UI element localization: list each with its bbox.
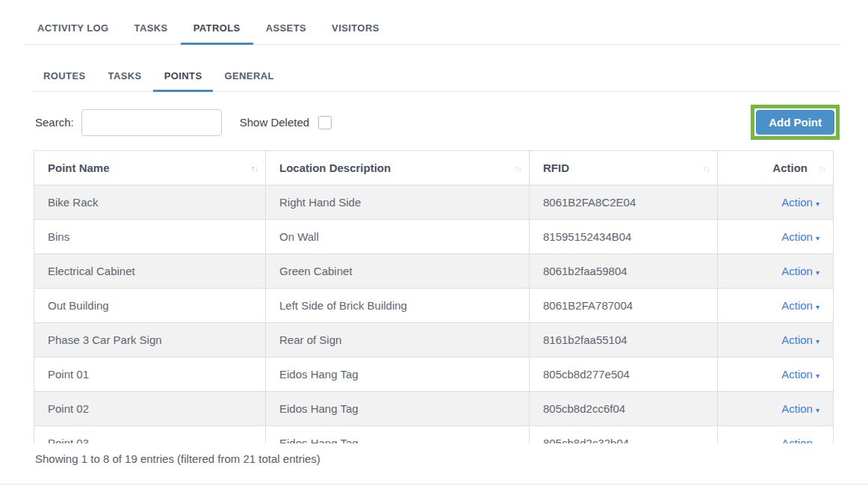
points-table-container: Point Name ↑↓ Location Description ↑↓ RF… bbox=[34, 150, 834, 443]
action-label: Action bbox=[781, 333, 813, 346]
caret-down-icon: ▾ bbox=[816, 337, 819, 345]
table-row: Electrical Cabinet Green Cabinet 8061b2f… bbox=[34, 254, 834, 289]
table-row: Bins On Wall 81595152434B04 Action▾ bbox=[34, 220, 834, 254]
point-name-cell: Point 03 bbox=[34, 426, 266, 444]
add-point-button[interactable]: Add Point bbox=[756, 110, 834, 135]
point-name-cell: Point 01 bbox=[34, 357, 266, 392]
search-label: Search: bbox=[35, 116, 74, 129]
sort-icon[interactable]: ↑↓ bbox=[251, 164, 258, 173]
search-input[interactable] bbox=[81, 109, 222, 136]
action-label: Action bbox=[781, 299, 813, 312]
action-label: Action bbox=[781, 402, 813, 415]
action-cell: Action▾ bbox=[718, 392, 834, 426]
action-dropdown[interactable]: Action▾ bbox=[781, 437, 819, 443]
rfid-cell: 81595152434B04 bbox=[530, 220, 718, 254]
action-cell: Action▾ bbox=[718, 185, 834, 220]
action-dropdown[interactable]: Action▾ bbox=[781, 230, 819, 243]
caret-down-icon: ▾ bbox=[816, 200, 819, 208]
show-deleted-checkbox[interactable] bbox=[318, 116, 332, 129]
caret-down-icon: ▾ bbox=[816, 268, 819, 277]
point-name-cell: Point 02 bbox=[34, 392, 266, 426]
table-row: Bike Rack Right Hand Side 8061B2FA8C2E04… bbox=[34, 185, 834, 220]
sub-tab-bar: ROUTES TASKS POINTS GENERAL bbox=[32, 45, 840, 92]
location-cell: Eidos Hang Tag bbox=[266, 357, 530, 392]
tab-activity-log[interactable]: ACTIVITY LOG bbox=[25, 22, 122, 44]
sort-icon[interactable]: ↑↓ bbox=[515, 164, 521, 173]
action-cell: Action▾ bbox=[718, 289, 834, 323]
action-dropdown[interactable]: Action▾ bbox=[781, 196, 819, 209]
action-cell: Action▾ bbox=[718, 357, 834, 392]
location-cell: On Wall bbox=[266, 220, 530, 254]
rfid-cell: 8061b2faa59804 bbox=[530, 254, 718, 289]
tab-patrols[interactable]: PATROLS bbox=[181, 22, 253, 44]
subtab-routes[interactable]: ROUTES bbox=[32, 70, 97, 91]
points-table-body: Bike Rack Right Hand Side 8061B2FA8C2E04… bbox=[34, 185, 834, 444]
points-table: Point Name ↑↓ Location Description ↑↓ RF… bbox=[34, 150, 834, 443]
patrols-points-page: ACTIVITY LOG TASKS PATROLS ASSETS VISITO… bbox=[0, 0, 868, 486]
page-bottom-divider bbox=[0, 484, 868, 485]
rfid-cell: 805cb8d277e504 bbox=[530, 357, 718, 392]
column-header-action[interactable]: Action ↑↓ bbox=[718, 151, 834, 185]
highlight-box: Add Point bbox=[751, 105, 840, 140]
column-header-point-name[interactable]: Point Name ↑↓ bbox=[34, 151, 266, 185]
main-tab-bar: ACTIVITY LOG TASKS PATROLS ASSETS VISITO… bbox=[25, 0, 840, 45]
caret-down-icon: ▾ bbox=[816, 440, 819, 443]
action-dropdown[interactable]: Action▾ bbox=[781, 402, 819, 415]
column-header-location[interactable]: Location Description ↑↓ bbox=[266, 151, 530, 185]
action-cell: Action▾ bbox=[718, 254, 834, 289]
location-cell: Eidos Hang Tag bbox=[266, 426, 530, 444]
rfid-cell: 805cb8d2cc6f04 bbox=[530, 392, 718, 426]
tab-visitors[interactable]: VISITORS bbox=[319, 22, 392, 44]
action-cell: Action▾ bbox=[718, 323, 834, 357]
rfid-cell: 805cb8d2c32b04 bbox=[530, 426, 718, 444]
subtab-tasks[interactable]: TASKS bbox=[97, 70, 153, 91]
table-row: Out Building Left Side of Brick Building… bbox=[34, 289, 834, 323]
caret-down-icon: ▾ bbox=[816, 303, 819, 311]
column-label: Action bbox=[772, 162, 807, 174]
location-cell: Left Side of Brick Building bbox=[266, 289, 530, 323]
tab-tasks[interactable]: TASKS bbox=[122, 22, 181, 44]
action-label: Action bbox=[781, 368, 813, 381]
column-label: Location Description bbox=[279, 162, 391, 174]
subtab-points[interactable]: POINTS bbox=[153, 70, 214, 91]
location-cell: Right Hand Side bbox=[266, 185, 530, 220]
action-dropdown[interactable]: Action▾ bbox=[781, 265, 819, 277]
action-label: Action bbox=[781, 265, 813, 277]
action-label: Action bbox=[781, 230, 813, 243]
point-name-cell: Electrical Cabinet bbox=[34, 254, 266, 289]
action-cell: Action▾ bbox=[718, 426, 834, 444]
subtab-general[interactable]: GENERAL bbox=[213, 70, 285, 91]
sort-icon[interactable]: ↑↓ bbox=[703, 164, 710, 173]
point-name-cell: Bins bbox=[34, 220, 266, 254]
location-cell: Eidos Hang Tag bbox=[266, 392, 530, 426]
location-cell: Green Cabinet bbox=[266, 254, 530, 289]
table-row: Point 02 Eidos Hang Tag 805cb8d2cc6f04 A… bbox=[34, 392, 834, 426]
caret-down-icon: ▾ bbox=[816, 372, 819, 380]
column-label: Point Name bbox=[48, 162, 110, 174]
rfid-cell: 8061B2FA8C2E04 bbox=[530, 185, 718, 220]
table-summary: Showing 1 to 8 of 19 entries (filtered f… bbox=[35, 452, 840, 465]
table-toolbar: Search: Show Deleted Add Point bbox=[35, 105, 840, 140]
action-dropdown[interactable]: Action▾ bbox=[781, 333, 819, 346]
table-row: Phase 3 Car Park Sign Rear of Sign 8161b… bbox=[34, 323, 834, 357]
caret-down-icon: ▾ bbox=[816, 406, 819, 414]
location-cell: Rear of Sign bbox=[266, 323, 530, 357]
rfid-cell: 8161b2faa55104 bbox=[530, 323, 718, 357]
table-row: Point 01 Eidos Hang Tag 805cb8d277e504 A… bbox=[34, 357, 834, 392]
table-row: Point 03 Eidos Hang Tag 805cb8d2c32b04 A… bbox=[34, 426, 834, 444]
point-name-cell: Out Building bbox=[34, 289, 266, 323]
column-header-rfid[interactable]: RFID ↑↓ bbox=[530, 151, 718, 185]
caret-down-icon: ▾ bbox=[816, 234, 819, 242]
table-header-row: Point Name ↑↓ Location Description ↑↓ RF… bbox=[34, 151, 834, 185]
show-deleted-label: Show Deleted bbox=[240, 116, 309, 129]
action-cell: Action▾ bbox=[718, 220, 834, 254]
tab-assets[interactable]: ASSETS bbox=[253, 22, 319, 44]
sort-icon[interactable]: ↑↓ bbox=[819, 164, 825, 173]
action-dropdown[interactable]: Action▾ bbox=[781, 368, 819, 381]
column-label: RFID bbox=[543, 162, 569, 174]
point-name-cell: Bike Rack bbox=[34, 185, 266, 220]
rfid-cell: 8061B2FA787004 bbox=[530, 289, 718, 323]
point-name-cell: Phase 3 Car Park Sign bbox=[34, 323, 266, 357]
action-dropdown[interactable]: Action▾ bbox=[781, 299, 819, 312]
action-label: Action bbox=[781, 196, 813, 209]
